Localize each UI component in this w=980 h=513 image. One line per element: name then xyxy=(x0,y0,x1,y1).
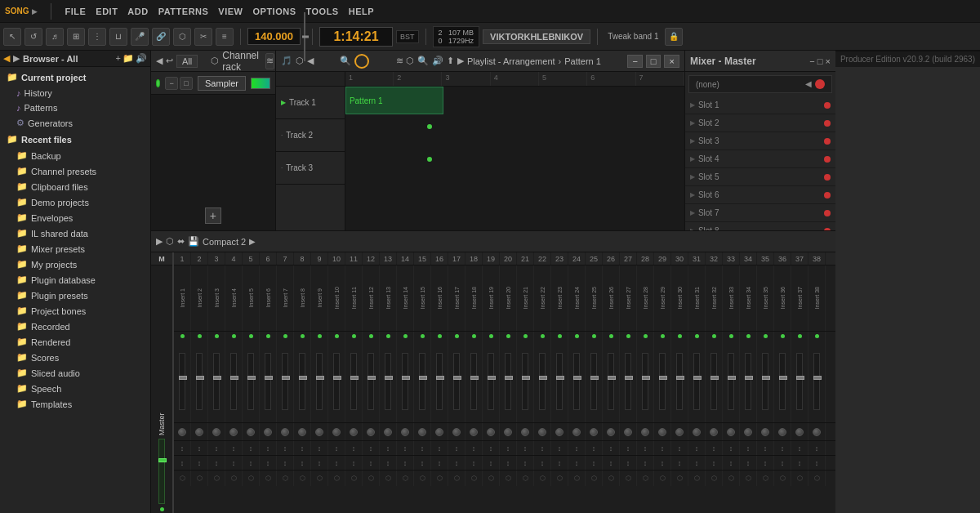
sidebar-item-plugin-presets[interactable]: 📁 Plugin presets xyxy=(0,288,150,303)
playlist-restore[interactable]: □ xyxy=(646,55,662,68)
insert-col-4[interactable]: Insert 4 xyxy=(225,265,243,331)
insert-col-31[interactable]: Insert 31 xyxy=(688,265,706,331)
playlist-icon-down[interactable]: 🔍 xyxy=(417,56,429,66)
tool-plugin[interactable]: ⬡ xyxy=(173,28,191,46)
knob-cell-25[interactable] xyxy=(586,423,603,440)
fader-cell-22[interactable] xyxy=(534,341,551,422)
insert-col-18[interactable]: Insert 18 xyxy=(466,265,483,331)
insert-col-33[interactable]: Insert 33 xyxy=(723,265,740,331)
tool-eq2[interactable]: ≡ xyxy=(216,28,234,46)
knob-cell-27[interactable] xyxy=(620,423,637,440)
knob-cell-13[interactable] xyxy=(380,423,397,440)
fader-cell-15[interactable] xyxy=(414,341,431,422)
insert-col-20[interactable]: Insert 20 xyxy=(500,265,517,331)
compact-icon-2[interactable]: ⬌ xyxy=(177,236,185,247)
fader-cell-10[interactable] xyxy=(328,341,345,422)
fader-cell-9[interactable] xyxy=(311,341,328,422)
menu-patterns[interactable]: PATTERNS xyxy=(158,7,209,16)
fader-cell-32[interactable] xyxy=(706,341,723,422)
sidebar-item-plugin-database[interactable]: 📁 Plugin database xyxy=(0,272,150,288)
sidebar-item-channel-presets[interactable]: 📁 Channel presets xyxy=(0,163,150,179)
knob-cell-19[interactable] xyxy=(483,423,500,440)
sidebar-item-history[interactable]: ♪ History xyxy=(0,86,150,100)
sidebar-item-envelopes[interactable]: 📁 Envelopes xyxy=(0,210,150,225)
sidebar-item-templates[interactable]: 📁 Templates xyxy=(0,396,150,412)
insert-col-37[interactable]: Insert 37 xyxy=(791,265,808,331)
knob-cell-17[interactable] xyxy=(448,423,466,440)
playlist-minimize[interactable]: − xyxy=(627,55,642,68)
sidebar-speaker-btn[interactable]: 🔊 xyxy=(136,53,147,64)
tool-piano[interactable]: ♬ xyxy=(46,28,64,46)
knob-cell-23[interactable] xyxy=(551,423,568,440)
playlist-track-3[interactable]: · Track 3 xyxy=(276,152,345,185)
fader-cell-2[interactable] xyxy=(191,341,208,422)
knob-cell-7[interactable] xyxy=(277,423,294,440)
sidebar-item-speech[interactable]: 📁 Speech xyxy=(0,381,150,396)
slot-5[interactable]: ▶ Slot 5 xyxy=(685,168,835,186)
fader-cell-7[interactable] xyxy=(277,341,294,422)
insert-col-27[interactable]: Insert 27 xyxy=(620,265,637,331)
insert-col-32[interactable]: Insert 32 xyxy=(706,265,723,331)
insert-col-6[interactable]: Insert 6 xyxy=(260,265,277,331)
menu-add[interactable]: ADD xyxy=(127,7,148,16)
fader-cell-16[interactable] xyxy=(431,341,448,422)
tool-snap[interactable]: ⋮ xyxy=(88,28,106,46)
insert-col-25[interactable]: Insert 25 xyxy=(586,265,603,331)
knob-cell-10[interactable] xyxy=(328,423,345,440)
knob-cell-16[interactable] xyxy=(431,423,448,440)
insert-col-23[interactable]: Insert 23 xyxy=(551,265,568,331)
insert-col-24[interactable]: Insert 24 xyxy=(568,265,586,331)
knob-cell-20[interactable] xyxy=(500,423,517,440)
insert-col-12[interactable]: Insert 12 xyxy=(363,265,380,331)
sidebar-nav-back[interactable]: ◀ xyxy=(3,53,10,64)
knob-cell-31[interactable] xyxy=(688,423,706,440)
tool-merge[interactable]: ⊔ xyxy=(109,28,127,46)
knob-cell-38[interactable] xyxy=(808,423,826,440)
fader-cell-31[interactable] xyxy=(688,341,706,422)
fader-cell-38[interactable] xyxy=(808,341,826,422)
sampler-ctrl-1[interactable]: − xyxy=(165,77,178,90)
sidebar-item-rendered[interactable]: 📁 Rendered xyxy=(0,334,150,350)
insert-col-7[interactable]: Insert 7 xyxy=(277,265,294,331)
fader-cell-6[interactable] xyxy=(260,341,277,422)
menu-file[interactable]: FILE xyxy=(65,7,86,16)
knob-cell-33[interactable] xyxy=(723,423,740,440)
knob-cell-26[interactable] xyxy=(603,423,620,440)
slot-1[interactable]: ▶ Slot 1 xyxy=(685,96,835,114)
slot-3[interactable]: ▶ Slot 3 xyxy=(685,132,835,150)
insert-col-9[interactable]: Insert 9 xyxy=(311,265,328,331)
slot-6[interactable]: ▶ Slot 6 xyxy=(685,186,835,204)
fader-cell-30[interactable] xyxy=(671,341,688,422)
insert-col-35[interactable]: Insert 35 xyxy=(757,265,774,331)
fader-cell-21[interactable] xyxy=(517,341,534,422)
knob-cell-18[interactable] xyxy=(466,423,483,440)
fader-cell-17[interactable] xyxy=(448,341,466,422)
fader-cell-37[interactable] xyxy=(791,341,808,422)
insert-col-3[interactable]: Insert 3 xyxy=(208,265,225,331)
menu-tools[interactable]: TOOLS xyxy=(306,7,339,16)
mixer-ctrl-minimize[interactable]: − xyxy=(809,56,814,66)
knob-cell-6[interactable] xyxy=(260,423,277,440)
compact-expand[interactable]: ▶ xyxy=(249,237,256,246)
mixer-ctrl-restore[interactable]: □ xyxy=(817,56,823,66)
sidebar-nav-fwd[interactable]: ▶ xyxy=(13,53,20,64)
fader-cell-5[interactable] xyxy=(243,341,260,422)
sidebar-item-mixer-presets[interactable]: 📁 Mixer presets xyxy=(0,241,150,256)
insert-col-38[interactable]: Insert 38 xyxy=(808,265,826,331)
sampler-ctrl-2[interactable]: □ xyxy=(180,77,193,90)
fader-cell-19[interactable] xyxy=(483,341,500,422)
insert-col-26[interactable]: Insert 26 xyxy=(603,265,620,331)
insert-col-28[interactable]: Insert 28 xyxy=(637,265,654,331)
rack-nav-left[interactable]: ◀ xyxy=(156,56,163,66)
sidebar-item-demo-projects[interactable]: 📁 Demo projects xyxy=(0,194,150,210)
knob-cell-11[interactable] xyxy=(345,423,363,440)
knob-cell-3[interactable] xyxy=(208,423,225,440)
knob-cell-14[interactable] xyxy=(397,423,414,440)
knob-cell-30[interactable] xyxy=(671,423,688,440)
knob-cell-24[interactable] xyxy=(568,423,586,440)
knob-cell-4[interactable] xyxy=(225,423,243,440)
insert-col-10[interactable]: Insert 10 xyxy=(328,265,345,331)
sidebar-item-my-projects[interactable]: 📁 My projects xyxy=(0,256,150,272)
fader-cell-36[interactable] xyxy=(774,341,791,422)
master-fader[interactable] xyxy=(158,439,165,504)
